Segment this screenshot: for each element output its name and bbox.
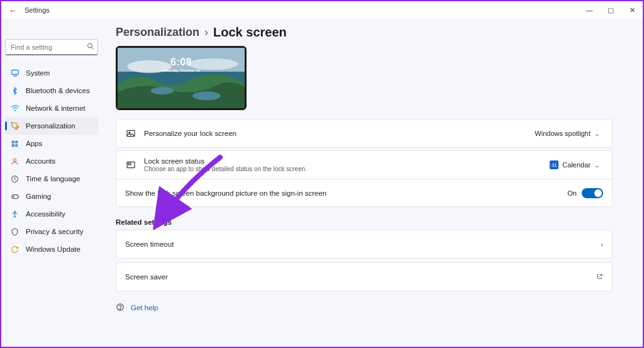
sidebar-item-apps[interactable]: Apps [5,135,98,152]
sidebar-item-update[interactable]: Windows Update [5,240,98,258]
saver-title: Screen saver [125,273,589,281]
sidebar-item-bluetooth[interactable]: Bluetooth & devices [5,82,98,99]
sidebar-item-label: System [26,69,50,77]
external-link-icon [596,273,603,281]
svg-rect-2 [11,70,18,74]
svg-point-14 [14,211,15,212]
svg-point-9 [13,159,16,161]
breadcrumb-parent[interactable]: Personalization [116,26,199,39]
personalize-dropdown[interactable]: Windows spotlight ⌄ [530,127,603,140]
chevron-down-icon: ⌄ [594,162,599,169]
close-button[interactable]: ✕ [621,1,643,19]
signin-title: Show the lock screen background picture … [125,189,560,197]
chevron-down-icon: ⌄ [594,130,599,137]
sidebar-item-accessibility[interactable]: Accessibility [5,205,98,223]
sidebar-item-time[interactable]: Time & language [5,170,98,188]
dropdown-value: Calendar [562,161,591,169]
sidebar-item-label: Time & language [26,175,80,182]
sidebar-item-label: Accounts [26,157,55,165]
sidebar-item-label: Privacy & security [26,228,83,235]
svg-point-20 [192,91,220,100]
help-row: Get help [116,303,613,313]
picture-icon [125,128,136,139]
page-title: Lock screen [213,25,287,40]
gaming-icon [10,192,19,201]
status-subtitle: Choose an app to show detailed status on… [144,166,537,172]
timeout-card[interactable]: Screen timeout › [116,230,613,259]
svg-rect-5 [12,140,14,143]
signin-row: Show the lock screen background picture … [116,179,612,206]
personalization-icon [10,121,19,131]
main-content: Personalization › Lock screen 6:08 Satur… [102,19,643,347]
search-icon [87,43,94,52]
system-icon [10,69,19,78]
related-heading: Related settings [116,218,613,226]
update-icon [10,245,19,254]
preview-time-text: 6:08 [118,57,245,68]
svg-point-4 [14,110,15,111]
time-icon [10,174,19,184]
svg-point-26 [120,308,121,309]
sidebar-item-label: Gaming [26,193,51,200]
status-title: Lock screen status [144,157,537,165]
preview-date-text: Saturday, October 16 [118,69,245,72]
wifi-icon [10,104,19,113]
breadcrumb: Personalization › Lock screen [116,25,613,40]
privacy-icon [10,227,19,237]
back-button[interactable]: ← [9,6,17,15]
status-row[interactable]: Lock screen status Choose an app to show… [116,151,612,179]
sidebar-item-label: Windows Update [26,245,80,253]
sidebar-item-label: Apps [26,140,42,147]
maximize-button[interactable]: ▢ [600,1,621,19]
svg-point-0 [88,43,92,48]
signin-toggle[interactable] [582,188,603,198]
accounts-icon [10,157,19,166]
svg-rect-8 [15,144,18,147]
personalize-row[interactable]: Personalize your lock screen Windows spo… [116,120,612,147]
sidebar-item-label: Personalization [26,122,75,130]
personalize-title: Personalize your lock screen [144,130,522,137]
svg-point-19 [151,87,174,94]
sidebar: System Bluetooth & devices Network & int… [1,19,102,347]
window-title: Settings [25,6,50,14]
bluetooth-icon [10,86,19,96]
sidebar-item-gaming[interactable]: Gaming [5,188,98,205]
status-icon [125,159,136,171]
minimize-button[interactable]: — [579,1,600,19]
lockscreen-preview[interactable]: 6:08 Saturday, October 16 [116,46,247,110]
sidebar-item-label: Accessibility [26,210,65,218]
sidebar-item-personalization[interactable]: Personalization [5,117,98,135]
sidebar-item-system[interactable]: System [5,64,98,82]
dropdown-value: Windows spotlight [535,130,591,137]
chevron-right-icon: › [601,240,603,248]
chevron-right-icon: › [204,26,208,39]
calendar-icon: 31 [550,160,558,169]
sidebar-item-privacy[interactable]: Privacy & security [5,223,98,240]
svg-rect-6 [15,140,18,143]
sidebar-item-label: Network & internet [26,104,86,112]
svg-rect-7 [12,144,14,147]
sidebar-item-network[interactable]: Network & internet [5,99,98,117]
accessibility-icon [10,210,19,219]
status-signin-card: Lock screen status Choose an app to show… [116,150,613,207]
timeout-title: Screen timeout [125,240,593,248]
status-dropdown[interactable]: 31 Calendar ⌄ [545,158,603,172]
personalize-card: Personalize your lock screen Windows spo… [116,119,613,148]
sidebar-item-accounts[interactable]: Accounts [5,152,98,170]
svg-rect-11 [11,195,18,199]
svg-rect-24 [128,163,131,165]
get-help-link[interactable]: Get help [131,304,158,312]
saver-card[interactable]: Screen saver [116,262,613,291]
svg-line-1 [92,47,94,49]
toggle-state-label: On [567,189,577,197]
search-input[interactable] [5,39,98,55]
apps-icon [10,139,19,149]
help-icon [116,303,125,313]
titlebar: ← Settings — ▢ ✕ [1,1,643,19]
sidebar-item-label: Bluetooth & devices [26,87,90,94]
preview-clock: 6:08 Saturday, October 16 [118,57,245,72]
